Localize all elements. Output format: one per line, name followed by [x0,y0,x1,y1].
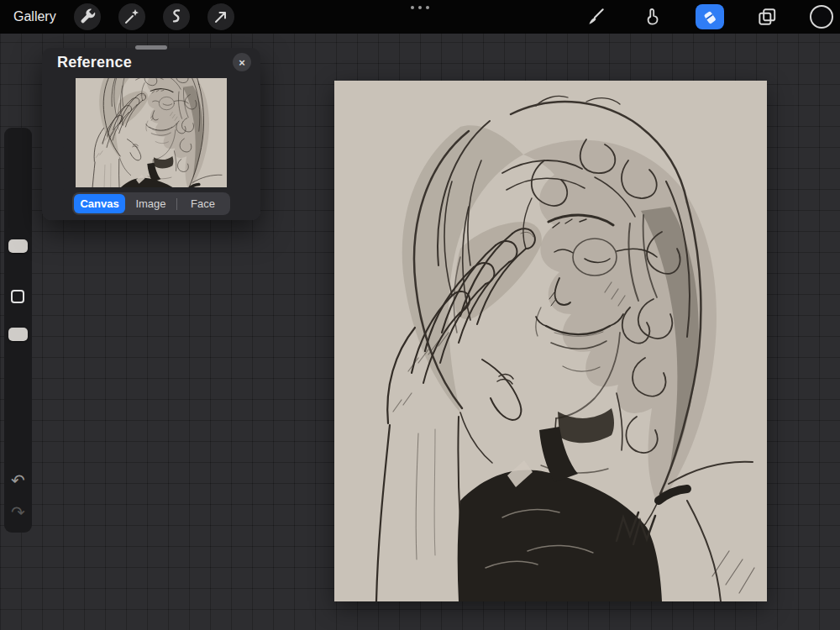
gallery-button[interactable]: Gallery [0,0,70,34]
layers-icon [756,6,778,28]
right-tool-group [581,4,833,29]
transform-arrow-icon [211,7,231,27]
top-toolbar: Gallery [0,0,840,34]
redo-button[interactable]: ↷ [4,504,32,521]
tab-face[interactable]: Face [177,194,228,213]
selection-s-icon [166,7,186,27]
brush-size-slider[interactable] [4,128,32,304]
smudge-tool-button[interactable] [638,4,667,29]
brush-icon [585,6,606,28]
reference-panel: Reference × Canvas Image Face [42,48,260,220]
canvas-artwork [334,81,767,601]
layers-button[interactable] [753,4,781,29]
brush-sidebar: ↶ ↷ [4,128,32,533]
magic-wand-icon [122,7,142,27]
transform-button[interactable] [207,3,234,30]
brush-size-handle[interactable] [8,239,28,253]
reference-thumbnail[interactable] [76,78,227,187]
multitask-indicator[interactable] [411,6,429,9]
tab-canvas[interactable]: Canvas [74,194,125,213]
selection-button[interactable] [163,3,190,30]
tab-image[interactable]: Image [125,194,176,213]
eraser-icon [699,6,721,28]
reference-tab-bar: Canvas Image Face [72,192,230,215]
reference-panel-title: Reference [57,54,132,71]
panel-drag-handle[interactable] [135,45,167,50]
reference-artwork [76,78,227,187]
paint-tool-button[interactable] [581,4,610,29]
undo-button[interactable]: ↶ [4,472,32,489]
color-circle-icon[interactable] [810,5,833,29]
drawing-canvas[interactable] [334,81,767,601]
opacity-handle[interactable] [8,328,28,341]
modify-button[interactable] [11,290,24,303]
erase-tool-button[interactable] [696,4,724,29]
close-icon[interactable]: × [233,53,251,71]
procreate-workspace: Gallery [0,0,840,630]
wrench-icon [77,7,97,27]
adjustments-button[interactable] [118,3,145,30]
smudge-finger-icon [642,6,664,28]
actions-button[interactable] [74,3,101,30]
left-tool-group [74,3,234,30]
